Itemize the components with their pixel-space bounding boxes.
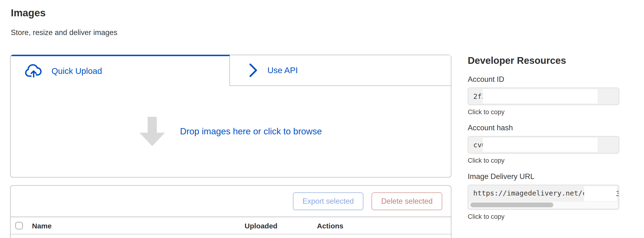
redaction-overlay — [584, 186, 617, 201]
horizontal-scrollbar — [469, 202, 618, 208]
table-header-row: Name Uploaded Actions — [10, 217, 451, 235]
image-delivery-url-group: Image Delivery URL https://imagedelivery… — [468, 172, 620, 221]
column-header-actions: Actions — [317, 222, 344, 230]
redaction-overlay — [483, 89, 598, 103]
redacted-char-fragment: 3 — [616, 190, 618, 198]
chevron-right-icon — [249, 64, 257, 77]
tab-quick-upload[interactable]: Quick Upload — [10, 55, 230, 86]
tab-quick-upload-label: Quick Upload — [52, 66, 102, 76]
account-id-copy-hint: Click to copy — [468, 109, 620, 116]
cloud-upload-icon — [24, 64, 43, 78]
tab-bar: Quick Upload Use API — [10, 55, 451, 86]
account-hash-group: Account hash cv0J Click to copy — [468, 123, 620, 164]
dropzone-label: Drop images here or click to browse — [180, 126, 322, 136]
upload-panel: Quick Upload Use API Drop images here or… — [10, 55, 452, 178]
account-hash-value[interactable]: cv0J — [468, 136, 619, 153]
account-id-label: Account ID — [468, 75, 620, 84]
column-header-uploaded: Uploaded — [244, 222, 278, 230]
images-table-panel: Export selected Delete selected Name Upl… — [10, 185, 452, 238]
account-id-group: Account ID 2f3d Click to copy — [468, 75, 620, 116]
account-hash-copy-hint: Click to copy — [468, 157, 620, 164]
scrollbar-thumb[interactable] — [470, 203, 553, 207]
redaction-overlay — [483, 138, 598, 152]
page-subtitle: Store, resize and deliver images — [11, 28, 117, 37]
down-arrow-icon — [140, 117, 165, 146]
image-delivery-url-value[interactable]: https://imagedelivery.net/cv0JSj 3 — [468, 185, 619, 210]
table-toolbar: Export selected Delete selected — [10, 186, 451, 217]
image-delivery-url-copy-hint: Click to copy — [468, 213, 620, 221]
tab-use-api[interactable]: Use API — [230, 55, 451, 86]
image-dropzone[interactable]: Drop images here or click to browse — [10, 86, 451, 177]
delete-selected-button[interactable]: Delete selected — [372, 192, 442, 210]
account-id-value[interactable]: 2f3d — [468, 88, 619, 105]
account-hash-label: Account hash — [468, 123, 620, 132]
column-header-name: Name — [32, 222, 52, 230]
image-delivery-url-label: Image Delivery URL — [468, 172, 620, 181]
images-page: Images Store, resize and deliver images … — [0, 0, 644, 238]
tab-use-api-label: Use API — [268, 66, 298, 75]
page-title: Images — [11, 7, 46, 19]
export-selected-button[interactable]: Export selected — [293, 192, 364, 210]
select-all-checkbox[interactable] — [16, 222, 23, 229]
developer-resources-title: Developer Resources — [468, 55, 566, 66]
